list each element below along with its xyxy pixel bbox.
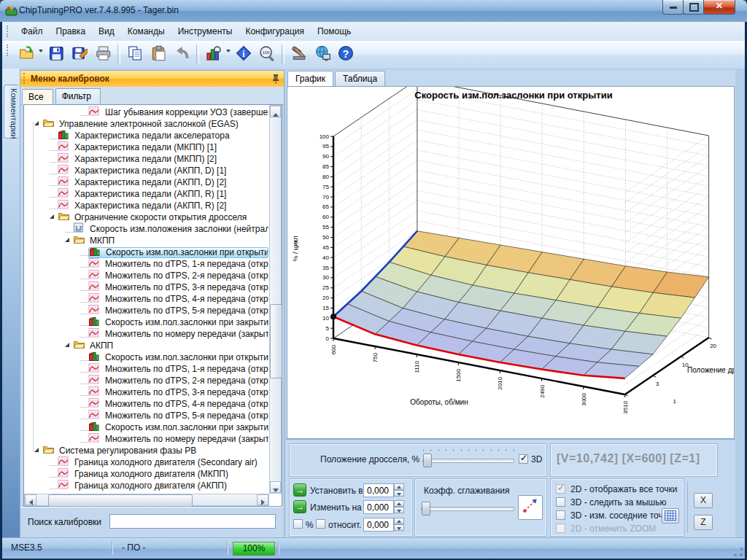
menu-item-3[interactable]: Вид: [92, 22, 121, 40]
toolbar-save-button[interactable]: [45, 43, 67, 65]
scroll-down-button[interactable]: [270, 481, 281, 493]
apply-change-button[interactable]: →: [293, 500, 306, 513]
throttle-slider-track[interactable]: [422, 459, 514, 463]
tree-item[interactable]: Множитель по dTPS, 4-я передача (открыт: [25, 293, 268, 305]
panel-header[interactable]: Меню калибровок: [20, 71, 284, 88]
close-button[interactable]: ✕: [703, 0, 735, 15]
spin-up-button[interactable]: [394, 483, 404, 490]
tree-item[interactable]: Граница холодного двигателя (АКПП): [25, 480, 268, 491]
toolbar-chart-view-button[interactable]: [203, 43, 225, 65]
sidebar-tab-Фильтр[interactable]: Фильтр: [55, 88, 101, 104]
tree-item[interactable]: Множитель по dTPS, 5-я передача (открыт: [25, 410, 268, 421]
toolbar-print-button[interactable]: [92, 43, 114, 65]
throttle-slider-thumb[interactable]: [423, 454, 432, 467]
tree-expander-icon[interactable]: [34, 121, 39, 125]
tree-item[interactable]: Скорость изм.пол.заслонки при открытии: [25, 351, 268, 363]
scrollbar-thumb-h[interactable]: [48, 494, 193, 507]
tree-item-folder[interactable]: Система регулирования фазы РВ: [25, 445, 268, 456]
tree-item[interactable]: Множитель по dTPS, 5-я передача (открыт: [25, 305, 268, 316]
set-to-input[interactable]: [363, 483, 394, 497]
tree-expander-icon[interactable]: [50, 214, 54, 219]
tree-item[interactable]: Характеристика педали (АКПП, D) [2]: [25, 176, 268, 188]
view-tab-Таблица[interactable]: Таблица: [335, 71, 385, 86]
toolbar-info-button[interactable]: i: [233, 43, 255, 65]
menu-item-2[interactable]: Правка: [50, 22, 93, 40]
tree-item[interactable]: Характеристика педали акселератора: [25, 130, 268, 141]
tree-item[interactable]: Множитель по dTPS, 3-я передача (открыт: [25, 281, 268, 293]
tree-item-body[interactable]: Скорость изм.пол.заслонки при открытии: [88, 247, 268, 258]
toolbar-zoom-100-button[interactable]: 100: [256, 43, 278, 65]
spin-down-button[interactable]: [394, 490, 404, 497]
grid-edit-button[interactable]: [662, 508, 679, 524]
menu-item-6[interactable]: Конфигурация: [239, 22, 311, 40]
tree-item[interactable]: Множитель по dTPS, 2-я передача (открыт: [25, 375, 268, 386]
relative-checkbox[interactable]: [316, 519, 325, 529]
tree-item[interactable]: Характеристика педали (МКПП) [1]: [25, 141, 268, 153]
toolbar-open-file-button[interactable]: [15, 43, 37, 65]
axis-button-z[interactable]: Z: [694, 515, 713, 530]
tree-item[interactable]: Характеристика педали (МКПП) [2]: [25, 153, 268, 165]
resize-grip[interactable]: [734, 548, 743, 556]
tree-item[interactable]: Множитель по номеру передачи (закрытие: [25, 433, 268, 445]
spin-up-button[interactable]: [394, 518, 404, 524]
tree-expander-icon[interactable]: [65, 238, 69, 242]
tree-item[interactable]: Граница холодного двигателя (МКПП): [25, 468, 268, 480]
smoothing-slider-thumb[interactable]: [422, 502, 430, 516]
chart-view-dropdown-arrow[interactable]: [226, 50, 231, 52]
toolbar-paste-button[interactable]: [147, 43, 169, 65]
tree-item[interactable]: Множитель по dTPS, 3-я передача (открыт: [25, 386, 268, 398]
calibration-search-input[interactable]: [109, 514, 276, 529]
spin-down-button[interactable]: [394, 524, 404, 531]
tree-item-folder[interactable]: Управление электронной заслонкой (EGAS): [25, 118, 268, 130]
relative-input[interactable]: [363, 518, 394, 532]
interpolate-button[interactable]: [518, 495, 543, 520]
toolbar-network-button[interactable]: [311, 43, 333, 65]
spin-down-button[interactable]: [394, 507, 404, 513]
maximize-button[interactable]: [683, 0, 705, 15]
axis-button-x[interactable]: X: [694, 493, 713, 508]
menu-grip[interactable]: [7, 26, 12, 37]
tree-item[interactable]: Скорость изм.пол.заслонки при закрытии: [25, 316, 268, 328]
tree-expander-icon[interactable]: [65, 343, 69, 347]
option-checkbox[interactable]: [556, 510, 565, 520]
toolbar-tools-button[interactable]: [288, 43, 310, 65]
tree-item[interactable]: Шаг убывания коррекции УОЗ (завершени: [25, 106, 268, 118]
tree-item[interactable]: Скорость изм.пол.заслонки при открытии: [25, 246, 268, 258]
comments-vertical-tab[interactable]: Комментарии: [4, 85, 18, 139]
pin-icon[interactable]: [271, 74, 280, 84]
view-tab-График[interactable]: График: [287, 71, 333, 87]
apply-set-button[interactable]: →: [293, 483, 306, 497]
scroll-left-button[interactable]: [25, 494, 36, 505]
tree-item-folder[interactable]: Ограничение скорости открытия дросселя: [25, 211, 268, 223]
tree-item[interactable]: Множитель по номеру передачи (закрытие: [25, 328, 268, 340]
tree-item[interactable]: Множитель по dTPS, 4-я передача (открыт: [25, 398, 268, 410]
tree-vertical-scrollbar[interactable]: [269, 105, 282, 494]
toolbar-copy-button[interactable]: [124, 43, 146, 65]
toolbar-save-as-button[interactable]: [69, 43, 90, 65]
scrollbar-thumb[interactable]: [270, 304, 282, 378]
toolbar-grip[interactable]: [7, 44, 12, 56]
menu-item-4[interactable]: Команды: [121, 22, 171, 40]
open-file-dropdown-arrow[interactable]: [39, 50, 43, 52]
tree-item[interactable]: Множитель по dTPS, 1-я передача (открыт: [25, 258, 268, 270]
toolbar-help-button[interactable]: ?: [335, 43, 357, 65]
percent-checkbox[interactable]: [293, 519, 303, 529]
menu-item-7[interactable]: Помощь: [311, 22, 357, 40]
tree-item[interactable]: Характеристика педали (АКПП, R) [2]: [25, 200, 268, 211]
change-by-input[interactable]: [363, 500, 394, 514]
tree-item[interactable]: Граница холодного двигателя (Secondary a…: [25, 456, 268, 468]
tree-item[interactable]: Характеристика педали (АКПП, R) [1]: [25, 188, 268, 200]
tree-item-folder[interactable]: МКПП: [25, 235, 268, 246]
minimize-button[interactable]: [662, 0, 684, 15]
tree-item-folder[interactable]: АКПП: [25, 340, 268, 351]
menu-item-5[interactable]: Инструменты: [171, 22, 239, 40]
tree-item[interactable]: Характеристика педали (АКПП, D) [1]: [25, 165, 268, 176]
toolbar-undo-button[interactable]: [171, 43, 193, 65]
tree-item[interactable]: Множитель по dTPS, 1-я передача (открыт: [25, 363, 268, 375]
tree-item[interactable]: 1.2Скорость изм.положения заслонки (нейт…: [25, 223, 268, 235]
spin-up-button[interactable]: [394, 500, 404, 507]
tree-horizontal-scrollbar[interactable]: [24, 494, 269, 506]
option-checkbox[interactable]: [556, 497, 565, 507]
tree-item-body[interactable]: Граница холодного двигателя (АКПП): [58, 479, 268, 492]
menu-item-1[interactable]: Файл: [15, 22, 50, 40]
